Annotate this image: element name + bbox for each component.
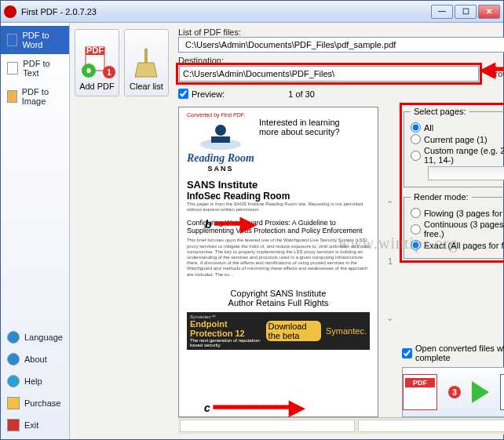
annotation-b: b ━━▶ bbox=[205, 212, 256, 236]
annotation-a: ◀━━━ a bbox=[480, 57, 504, 82]
toolbar: PDF 1 Add PDF Clear list bbox=[70, 23, 173, 439]
destination-label: Destination: bbox=[178, 56, 504, 65]
step-badge-1: 1 bbox=[103, 66, 115, 78]
sidebar-item-label: Language bbox=[24, 333, 63, 342]
select-pages-legend: Select pages: bbox=[411, 107, 469, 116]
page-number: 1 bbox=[388, 256, 393, 266]
destination-highlight bbox=[178, 65, 480, 82]
sidebar-item-exit[interactable]: Exit bbox=[1, 414, 69, 436]
button-label: Add PDF bbox=[79, 82, 115, 91]
sidebar-item-label: Purchase bbox=[24, 398, 60, 408]
minimize-button[interactable]: — bbox=[431, 5, 453, 19]
doc-title: SANS Institute bbox=[187, 179, 370, 191]
sidebar: PDF to Word PDF to Text PDF to Image Lan… bbox=[1, 23, 70, 439]
preview-label: Preview: bbox=[192, 89, 225, 99]
preview-column: Converted by First PDF. Reading Room SAN… bbox=[178, 105, 378, 417]
doc-logo: Reading Room SANS bbox=[187, 121, 254, 173]
options-column: Select pages: All Current page (1) Custo… bbox=[402, 105, 504, 417]
annotation-c: c ━━━━━━▶ bbox=[204, 395, 305, 420]
render-mode-legend: Render mode: bbox=[411, 192, 472, 202]
radio-flowing[interactable]: Flowing (3 pages for free.) bbox=[411, 208, 504, 218]
sidebar-item-label: About bbox=[24, 355, 47, 364]
custom-range-input[interactable] bbox=[428, 166, 504, 180]
doc-learn: Interested in learning more about securi… bbox=[259, 118, 340, 136]
sidebar-item-help[interactable]: Help bbox=[1, 370, 69, 392]
doc-subtitle: InfoSec Reading Room bbox=[187, 191, 370, 202]
titlebar[interactable]: First PDF - 2.0.7.23 — ☐ ✕ bbox=[1, 1, 503, 23]
select-pages-group: Select pages: All Current page (1) Custo… bbox=[404, 107, 504, 187]
doc-body: This brief focuses upon the levered use … bbox=[187, 238, 370, 277]
chevron-down-icon[interactable]: ⌄ bbox=[386, 313, 393, 323]
image-icon bbox=[7, 90, 17, 103]
window-title: First PDF - 2.0.7.23 bbox=[21, 7, 429, 16]
globe-icon bbox=[7, 331, 20, 344]
broom-icon bbox=[130, 44, 162, 82]
svg-rect-5 bbox=[86, 70, 91, 71]
sidebar-item-label: PDF to Word bbox=[22, 31, 63, 49]
doc-copyright: Copyright SANS Institute Author Retains … bbox=[187, 289, 370, 307]
info-icon bbox=[7, 353, 20, 365]
svg-rect-6 bbox=[144, 49, 148, 63]
preview-checkbox[interactable]: Preview: bbox=[178, 89, 225, 99]
svg-point-9 bbox=[215, 125, 226, 136]
radio-all[interactable]: All bbox=[411, 122, 504, 133]
sidebar-item-label: PDF to Image bbox=[22, 87, 63, 106]
radio-exact[interactable]: Exact (All pages for free.) bbox=[411, 240, 504, 250]
convert-button[interactable]: 3 W bbox=[402, 367, 504, 417]
preview-nav: ⌃ 1 ⌄ bbox=[385, 105, 396, 417]
exit-icon bbox=[7, 419, 20, 431]
sidebar-item-label: Help bbox=[24, 376, 42, 386]
status-cell bbox=[180, 420, 356, 432]
word-doc-icon: W bbox=[500, 374, 504, 410]
svg-rect-8 bbox=[211, 136, 230, 143]
converted-banner: Converted by First PDF. bbox=[187, 112, 370, 118]
sidebar-item-purchase[interactable]: Purchase bbox=[1, 392, 69, 414]
sidebar-item-about[interactable]: About bbox=[1, 348, 69, 370]
step-badge-3: 3 bbox=[448, 386, 461, 398]
status-cell bbox=[358, 420, 504, 432]
file-list-select[interactable]: C:\Users\Admin\Documents\PDF_Files\pdf_s… bbox=[178, 37, 504, 53]
help-icon bbox=[7, 375, 20, 387]
options-highlight: Select pages: All Current page (1) Custo… bbox=[402, 105, 504, 260]
button-label: Clear list bbox=[130, 82, 163, 91]
sidebar-item-pdf-to-text[interactable]: PDF to Text bbox=[1, 54, 69, 82]
word-icon bbox=[7, 34, 17, 46]
render-mode-group: Render mode: Flowing (3 pages for free.)… bbox=[404, 192, 504, 259]
chevron-up-icon[interactable]: ⌃ bbox=[386, 199, 393, 209]
add-pdf-button[interactable]: PDF 1 Add PDF bbox=[75, 29, 119, 96]
maximize-button[interactable]: ☐ bbox=[455, 5, 477, 19]
sidebar-item-pdf-to-image[interactable]: PDF to Image bbox=[1, 82, 69, 111]
sidebar-item-language[interactable]: Language bbox=[1, 326, 69, 348]
play-icon bbox=[472, 381, 489, 403]
radio-continuous[interactable]: Continuous (3 pages for free.) bbox=[411, 220, 504, 238]
sidebar-item-label: PDF to Text bbox=[23, 59, 63, 78]
pdf-icon bbox=[403, 374, 437, 410]
cart-icon bbox=[7, 397, 20, 409]
symantec-banner: Symantec™ Endpoint Protection 12 The nex… bbox=[187, 312, 370, 350]
app-icon bbox=[4, 5, 16, 18]
close-button[interactable]: ✕ bbox=[478, 5, 500, 19]
statusbar bbox=[178, 417, 504, 435]
open-when-complete-checkbox[interactable]: Open converted files when complete bbox=[402, 344, 504, 362]
text-icon bbox=[7, 62, 18, 75]
clear-list-button[interactable]: Clear list bbox=[124, 29, 169, 96]
page-indicator: 1 of 30 bbox=[229, 89, 374, 99]
sidebar-item-label: Exit bbox=[24, 420, 38, 430]
preview-checkbox-input[interactable] bbox=[178, 89, 188, 99]
radio-current[interactable]: Current page (1) bbox=[411, 134, 504, 144]
file-list-label: List of PDF files: bbox=[178, 27, 504, 37]
destination-input[interactable] bbox=[179, 66, 479, 82]
svg-text:PDF: PDF bbox=[86, 45, 104, 55]
radio-custom[interactable]: Custom range (e.g. 2-5, 11, 14-) bbox=[411, 146, 504, 165]
sidebar-item-pdf-to-word[interactable]: PDF to Word bbox=[1, 26, 69, 54]
preview-pane: Converted by First PDF. Reading Room SAN… bbox=[178, 107, 378, 417]
